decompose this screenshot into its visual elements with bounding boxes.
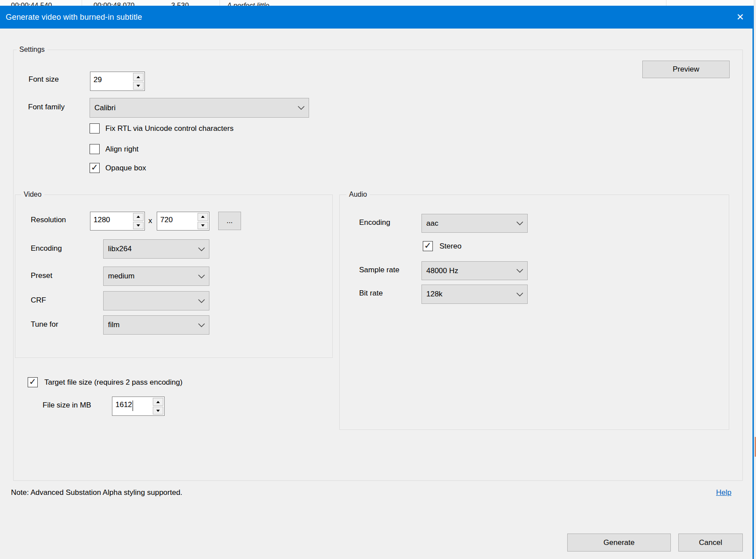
resolution-height-spinner[interactable]: 720 — [157, 212, 209, 231]
generate-button[interactable]: Generate — [567, 534, 671, 552]
settings-group-label: Settings — [17, 45, 47, 54]
spin-up-icon — [201, 216, 205, 218]
cancel-button[interactable]: Cancel — [678, 534, 743, 552]
opaque-box-checkbox[interactable]: ✓ — [90, 163, 100, 173]
bg-column-divider — [666, 0, 666, 6]
video-group-label: Video — [21, 190, 44, 199]
stereo-label[interactable]: Stereo — [439, 242, 461, 251]
resolution-height-value[interactable]: 720 — [157, 212, 198, 230]
target-file-size-label[interactable]: Target file size (requires 2 pass encodi… — [44, 378, 183, 387]
chevron-down-icon — [198, 247, 205, 251]
tune-for-label: Tune for — [31, 320, 58, 329]
background-scrollbar-strip[interactable] — [754, 0, 756, 559]
tune-for-value: film — [108, 321, 119, 329]
close-icon: ✕ — [736, 12, 744, 22]
font-size-spinner[interactable]: 29 — [90, 72, 145, 91]
font-size-spin-up-button[interactable] — [133, 73, 144, 81]
chevron-down-icon — [516, 221, 523, 225]
spin-up-icon — [156, 401, 160, 403]
audio-encoding-dropdown[interactable]: aac — [421, 214, 528, 233]
chevron-down-icon — [198, 274, 205, 278]
bit-rate-value: 128k — [426, 290, 443, 299]
font-size-spin-down-button[interactable] — [133, 82, 144, 90]
audio-encoding-label: Encoding — [359, 218, 390, 227]
align-right-checkbox[interactable]: ✓ — [90, 144, 100, 154]
crf-label: CRF — [31, 296, 46, 305]
bg-column-divider — [82, 0, 82, 6]
preset-label: Preset — [31, 271, 52, 280]
resolution-label: Resolution — [31, 216, 66, 224]
video-encoding-value: libx264 — [108, 245, 132, 253]
audio-group — [339, 195, 729, 430]
file-size-mb-label: File size in MB — [43, 401, 91, 410]
spin-up-icon — [137, 76, 140, 78]
video-encoding-label: Encoding — [31, 244, 62, 253]
spin-down-icon — [137, 85, 140, 87]
bit-rate-label: Bit rate — [359, 289, 383, 298]
fix-rtl-label[interactable]: Fix RTL via Unicode control characters — [105, 124, 234, 133]
opaque-box-label[interactable]: Opaque box — [105, 164, 146, 173]
bit-rate-dropdown[interactable]: 128k — [421, 285, 528, 304]
bg-end-time: 00:00:48.070 — [94, 2, 134, 6]
dialog-titlebar[interactable]: Generate video with burned-in subtitle ✕ — [0, 6, 754, 29]
font-family-dropdown[interactable]: Calibri — [90, 98, 309, 118]
res-width-spin-down-button[interactable] — [133, 222, 144, 230]
chevron-down-icon — [198, 323, 205, 327]
background-subtitle-list-row: 00:00:44.540 00:00:48.070 3.530 A perfec… — [0, 0, 756, 6]
audio-group-label: Audio — [346, 190, 370, 199]
resolution-width-spinner[interactable]: 1280 — [90, 212, 145, 231]
generate-button-label: Generate — [604, 538, 635, 547]
tune-for-dropdown[interactable]: film — [103, 315, 209, 335]
font-family-label: Font family — [28, 103, 65, 112]
bg-duration: 3.530 — [171, 2, 189, 6]
help-link[interactable]: Help — [716, 488, 731, 497]
screen: 00:00:44.540 00:00:48.070 3.530 A perfec… — [0, 0, 756, 559]
preview-button[interactable]: Preview — [642, 61, 730, 78]
chevron-down-icon — [198, 299, 205, 303]
res-width-spin-up-button[interactable] — [133, 213, 144, 221]
close-button[interactable]: ✕ — [727, 6, 754, 29]
res-height-spin-down-button[interactable] — [198, 222, 208, 230]
bg-start-time: 00:00:44.540 — [11, 2, 52, 6]
file-size-spin-down-button[interactable] — [153, 407, 163, 415]
ellipsis-label: ... — [227, 216, 233, 225]
checkmark-icon: ✓ — [424, 241, 432, 250]
spin-down-icon — [137, 224, 140, 227]
spin-down-icon — [156, 410, 160, 412]
spin-up-icon — [137, 216, 140, 218]
stereo-checkbox[interactable]: ✓ — [423, 241, 433, 251]
sample-rate-label: Sample rate — [359, 266, 400, 274]
align-right-label[interactable]: Align right — [105, 145, 139, 154]
bg-column-divider — [220, 0, 220, 6]
crf-dropdown[interactable] — [103, 291, 209, 310]
file-size-spinner[interactable]: 1612 — [112, 397, 165, 416]
chevron-down-icon — [516, 269, 523, 273]
font-family-value: Calibri — [94, 104, 115, 112]
bg-subtitle-text: A perfect little ... — [227, 2, 277, 6]
checkmark-icon: ✓ — [91, 163, 98, 172]
preset-value: medium — [108, 272, 134, 281]
chevron-down-icon — [298, 106, 305, 110]
cancel-button-label: Cancel — [699, 538, 722, 547]
fix-rtl-checkbox[interactable]: ✓ — [90, 123, 100, 133]
checkmark-icon: ✓ — [29, 377, 36, 386]
res-height-spin-up-button[interactable] — [198, 213, 208, 221]
dialog-title: Generate video with burned-in subtitle — [0, 13, 142, 22]
preview-button-label: Preview — [673, 65, 699, 74]
video-encoding-dropdown[interactable]: libx264 — [103, 239, 209, 259]
spin-down-icon — [201, 224, 205, 227]
file-size-value[interactable]: 1612 — [112, 397, 153, 415]
text-caret — [133, 400, 133, 411]
preset-dropdown[interactable]: medium — [103, 267, 209, 286]
font-size-label: Font size — [29, 75, 59, 84]
chevron-down-icon — [516, 292, 523, 296]
dialog-accent-border — [752, 6, 754, 559]
resolution-browse-button[interactable]: ... — [218, 212, 241, 230]
sample-rate-dropdown[interactable]: 48000 Hz — [421, 261, 528, 280]
file-size-spin-up-button[interactable] — [153, 398, 163, 406]
font-size-value[interactable]: 29 — [90, 72, 133, 90]
footer-note: Note: Advanced Substation Alpha styling … — [11, 488, 182, 497]
resolution-width-value[interactable]: 1280 — [90, 212, 133, 230]
resolution-x-separator: x — [148, 216, 152, 225]
target-file-size-checkbox[interactable]: ✓ — [28, 377, 38, 387]
